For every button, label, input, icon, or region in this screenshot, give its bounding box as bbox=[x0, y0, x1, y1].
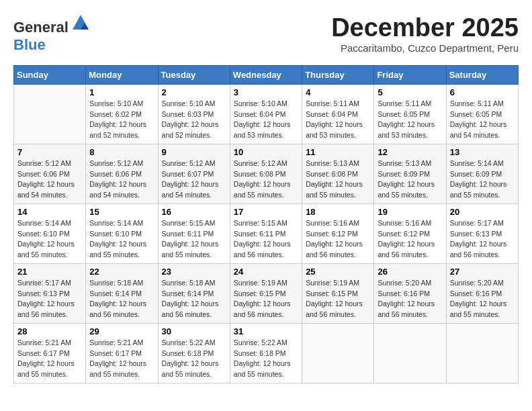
day-detail: Sunrise: 5:10 AM Sunset: 6:04 PM Dayligh… bbox=[234, 99, 298, 141]
day-number: 16 bbox=[162, 207, 226, 217]
calendar-cell: 28Sunrise: 5:21 AM Sunset: 6:17 PM Dayli… bbox=[14, 323, 86, 383]
col-header-friday: Friday bbox=[374, 65, 446, 84]
calendar-cell: 11Sunrise: 5:13 AM Sunset: 6:08 PM Dayli… bbox=[302, 144, 374, 203]
calendar-cell: 6Sunrise: 5:11 AM Sunset: 6:05 PM Daylig… bbox=[446, 84, 518, 144]
calendar-cell: 19Sunrise: 5:16 AM Sunset: 6:12 PM Dayli… bbox=[374, 203, 446, 263]
day-number: 26 bbox=[378, 267, 442, 277]
col-header-tuesday: Tuesday bbox=[158, 65, 230, 84]
calendar-cell: 23Sunrise: 5:18 AM Sunset: 6:14 PM Dayli… bbox=[158, 263, 230, 323]
week-row-2: 7Sunrise: 5:12 AM Sunset: 6:06 PM Daylig… bbox=[14, 144, 519, 203]
day-number: 12 bbox=[378, 147, 442, 157]
col-header-monday: Monday bbox=[86, 65, 158, 84]
day-number: 14 bbox=[17, 207, 82, 217]
day-detail: Sunrise: 5:13 AM Sunset: 6:09 PM Dayligh… bbox=[378, 158, 442, 201]
day-detail: Sunrise: 5:14 AM Sunset: 6:10 PM Dayligh… bbox=[17, 218, 82, 261]
calendar-cell: 14Sunrise: 5:14 AM Sunset: 6:10 PM Dayli… bbox=[14, 203, 86, 263]
day-detail: Sunrise: 5:11 AM Sunset: 6:04 PM Dayligh… bbox=[306, 99, 370, 141]
day-detail: Sunrise: 5:12 AM Sunset: 6:07 PM Dayligh… bbox=[162, 158, 226, 201]
day-number: 9 bbox=[162, 147, 226, 157]
calendar-cell: 30Sunrise: 5:22 AM Sunset: 6:18 PM Dayli… bbox=[158, 323, 230, 383]
day-number: 2 bbox=[162, 87, 226, 97]
calendar-header-row: SundayMondayTuesdayWednesdayThursdayFrid… bbox=[14, 65, 519, 84]
logo-blue: Blue bbox=[13, 36, 46, 53]
day-detail: Sunrise: 5:22 AM Sunset: 6:18 PM Dayligh… bbox=[234, 338, 298, 380]
calendar-cell: 25Sunrise: 5:19 AM Sunset: 6:15 PM Dayli… bbox=[302, 263, 374, 323]
calendar-cell: 12Sunrise: 5:13 AM Sunset: 6:09 PM Dayli… bbox=[374, 144, 446, 203]
day-detail: Sunrise: 5:21 AM Sunset: 6:17 PM Dayligh… bbox=[17, 338, 82, 380]
day-number: 25 bbox=[306, 267, 370, 277]
calendar-cell: 13Sunrise: 5:14 AM Sunset: 6:09 PM Dayli… bbox=[446, 144, 518, 203]
location-subtitle: Paccaritambo, Cuzco Department, Peru bbox=[331, 42, 519, 54]
day-detail: Sunrise: 5:11 AM Sunset: 6:05 PM Dayligh… bbox=[378, 99, 442, 141]
day-detail: Sunrise: 5:10 AM Sunset: 6:02 PM Dayligh… bbox=[89, 99, 154, 141]
day-number: 18 bbox=[306, 207, 370, 217]
calendar-cell: 9Sunrise: 5:12 AM Sunset: 6:07 PM Daylig… bbox=[158, 144, 230, 203]
day-detail: Sunrise: 5:11 AM Sunset: 6:05 PM Dayligh… bbox=[450, 99, 515, 141]
calendar-cell: 16Sunrise: 5:15 AM Sunset: 6:11 PM Dayli… bbox=[158, 203, 230, 263]
day-number: 23 bbox=[162, 267, 226, 277]
calendar-cell: 8Sunrise: 5:12 AM Sunset: 6:06 PM Daylig… bbox=[86, 144, 158, 203]
calendar-cell: 20Sunrise: 5:17 AM Sunset: 6:13 PM Dayli… bbox=[446, 203, 518, 263]
day-number: 22 bbox=[89, 267, 154, 277]
logo-icon bbox=[71, 13, 90, 32]
day-number: 3 bbox=[234, 87, 298, 97]
day-number: 19 bbox=[378, 207, 442, 217]
day-number: 4 bbox=[306, 87, 370, 97]
col-header-saturday: Saturday bbox=[446, 65, 518, 84]
logo-text: General Blue bbox=[13, 13, 90, 54]
calendar-cell: 24Sunrise: 5:19 AM Sunset: 6:15 PM Dayli… bbox=[230, 263, 302, 323]
calendar-cell: 4Sunrise: 5:11 AM Sunset: 6:04 PM Daylig… bbox=[302, 84, 374, 144]
week-row-5: 28Sunrise: 5:21 AM Sunset: 6:17 PM Dayli… bbox=[14, 323, 519, 383]
day-detail: Sunrise: 5:20 AM Sunset: 6:16 PM Dayligh… bbox=[450, 278, 515, 320]
day-number: 11 bbox=[306, 147, 370, 157]
calendar-cell: 22Sunrise: 5:18 AM Sunset: 6:14 PM Dayli… bbox=[86, 263, 158, 323]
day-detail: Sunrise: 5:13 AM Sunset: 6:08 PM Dayligh… bbox=[306, 158, 370, 201]
col-header-thursday: Thursday bbox=[302, 65, 374, 84]
day-detail: Sunrise: 5:18 AM Sunset: 6:14 PM Dayligh… bbox=[89, 278, 154, 320]
day-detail: Sunrise: 5:20 AM Sunset: 6:16 PM Dayligh… bbox=[378, 278, 442, 320]
col-header-sunday: Sunday bbox=[14, 65, 86, 84]
calendar-cell: 7Sunrise: 5:12 AM Sunset: 6:06 PM Daylig… bbox=[14, 144, 86, 203]
calendar-cell: 18Sunrise: 5:16 AM Sunset: 6:12 PM Dayli… bbox=[302, 203, 374, 263]
day-number: 6 bbox=[450, 87, 515, 97]
calendar-table: SundayMondayTuesdayWednesdayThursdayFrid… bbox=[13, 65, 519, 383]
day-number: 10 bbox=[234, 147, 298, 157]
day-detail: Sunrise: 5:17 AM Sunset: 6:13 PM Dayligh… bbox=[17, 278, 82, 320]
calendar-cell: 17Sunrise: 5:15 AM Sunset: 6:11 PM Dayli… bbox=[230, 203, 302, 263]
day-detail: Sunrise: 5:16 AM Sunset: 6:12 PM Dayligh… bbox=[378, 218, 442, 261]
logo-general: General bbox=[13, 19, 69, 36]
day-detail: Sunrise: 5:12 AM Sunset: 6:06 PM Dayligh… bbox=[17, 158, 82, 201]
calendar-cell: 1Sunrise: 5:10 AM Sunset: 6:02 PM Daylig… bbox=[86, 84, 158, 144]
day-number: 1 bbox=[89, 87, 154, 97]
day-detail: Sunrise: 5:10 AM Sunset: 6:03 PM Dayligh… bbox=[162, 99, 226, 141]
day-number: 5 bbox=[378, 87, 442, 97]
calendar-cell: 26Sunrise: 5:20 AM Sunset: 6:16 PM Dayli… bbox=[374, 263, 446, 323]
calendar-cell: 5Sunrise: 5:11 AM Sunset: 6:05 PM Daylig… bbox=[374, 84, 446, 144]
calendar-cell: 10Sunrise: 5:12 AM Sunset: 6:08 PM Dayli… bbox=[230, 144, 302, 203]
calendar-cell bbox=[302, 323, 374, 383]
col-header-wednesday: Wednesday bbox=[230, 65, 302, 84]
day-number: 29 bbox=[89, 326, 154, 336]
calendar-cell: 27Sunrise: 5:20 AM Sunset: 6:16 PM Dayli… bbox=[446, 263, 518, 323]
calendar-cell: 3Sunrise: 5:10 AM Sunset: 6:04 PM Daylig… bbox=[230, 84, 302, 144]
day-number: 17 bbox=[234, 207, 298, 217]
day-detail: Sunrise: 5:17 AM Sunset: 6:13 PM Dayligh… bbox=[450, 218, 515, 261]
week-row-4: 21Sunrise: 5:17 AM Sunset: 6:13 PM Dayli… bbox=[14, 263, 519, 323]
day-number: 13 bbox=[450, 147, 515, 157]
day-detail: Sunrise: 5:12 AM Sunset: 6:06 PM Dayligh… bbox=[89, 158, 154, 201]
calendar-cell: 29Sunrise: 5:21 AM Sunset: 6:17 PM Dayli… bbox=[86, 323, 158, 383]
day-number: 20 bbox=[450, 207, 515, 217]
day-number: 21 bbox=[17, 267, 82, 277]
calendar-cell bbox=[14, 84, 86, 144]
calendar-cell: 21Sunrise: 5:17 AM Sunset: 6:13 PM Dayli… bbox=[14, 263, 86, 323]
calendar-cell: 31Sunrise: 5:22 AM Sunset: 6:18 PM Dayli… bbox=[230, 323, 302, 383]
calendar-cell bbox=[374, 323, 446, 383]
day-detail: Sunrise: 5:14 AM Sunset: 6:10 PM Dayligh… bbox=[89, 218, 154, 261]
logo: General Blue bbox=[13, 13, 90, 54]
day-detail: Sunrise: 5:14 AM Sunset: 6:09 PM Dayligh… bbox=[450, 158, 515, 201]
day-number: 28 bbox=[17, 326, 82, 336]
page-header: General Blue December 2025 Paccaritambo,… bbox=[13, 13, 519, 54]
day-number: 7 bbox=[17, 147, 82, 157]
day-number: 15 bbox=[89, 207, 154, 217]
day-detail: Sunrise: 5:22 AM Sunset: 6:18 PM Dayligh… bbox=[162, 338, 226, 380]
